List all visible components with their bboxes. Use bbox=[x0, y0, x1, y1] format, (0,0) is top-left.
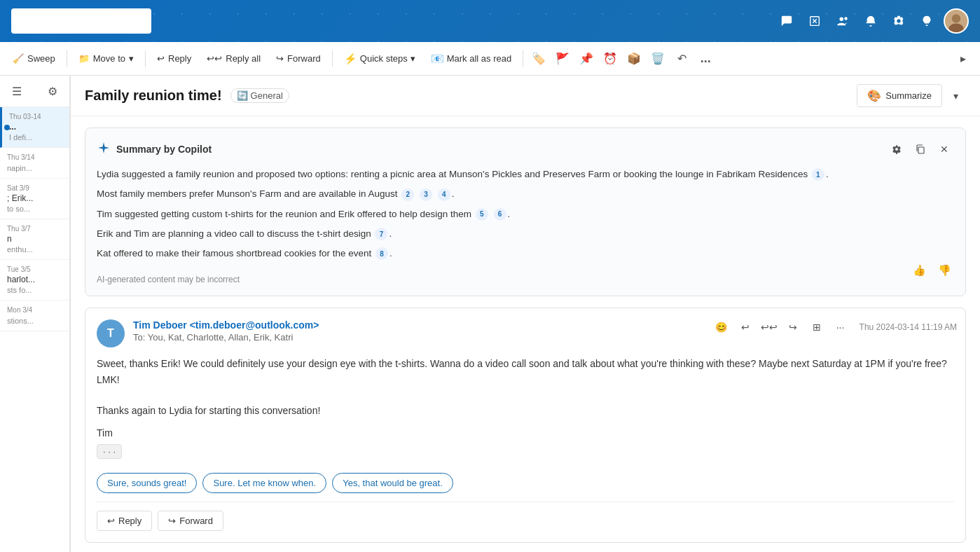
quick-reply-2[interactable]: Sure. Let me know when. bbox=[202, 473, 326, 493]
emoji-button[interactable]: 😊 bbox=[711, 317, 732, 338]
category-badge[interactable]: 🔄 General bbox=[230, 88, 289, 103]
quick-steps-icon: ⚡ bbox=[344, 53, 357, 65]
list-item[interactable]: Thu 3/14 napin... bbox=[0, 148, 69, 179]
quick-steps-button[interactable]: ⚡ Quick steps ▾ bbox=[337, 49, 422, 69]
list-item[interactable]: Tue 3/5 harlot... sts fo... bbox=[0, 260, 69, 301]
summary-item-5: Kat offered to make their famous shortbr… bbox=[97, 247, 954, 261]
avatar[interactable] bbox=[944, 8, 969, 34]
ref-badge-2[interactable]: 2 bbox=[401, 188, 414, 201]
sender-avatar: T bbox=[97, 319, 125, 347]
quick-reply-3[interactable]: Yes, that would be great. bbox=[332, 473, 453, 493]
forward-action-button[interactable]: ↪ Forward bbox=[158, 511, 223, 531]
sidebar: ☰ ⚙ Thu 03-14 ... I defi... Thu 3/14 nap… bbox=[0, 76, 70, 552]
forward-icon: ↪ bbox=[276, 53, 284, 64]
bell-icon[interactable] bbox=[860, 10, 882, 32]
more-message-button[interactable]: ··· bbox=[830, 317, 851, 338]
ref-badge-3[interactable]: 3 bbox=[420, 188, 432, 201]
top-bar bbox=[0, 0, 980, 42]
list-item[interactable]: Mon 3/4 stions... bbox=[0, 301, 69, 331]
message-body: Sweet, thanks Erik! We could definitely … bbox=[97, 356, 954, 419]
thumbs-down-button[interactable]: 👎 bbox=[934, 261, 954, 280]
forward-action-icon: ↪ bbox=[168, 516, 176, 526]
ref-badge-7[interactable]: 7 bbox=[375, 228, 387, 240]
copilot-title: Summary by Copilot bbox=[116, 144, 212, 155]
forward-button[interactable]: ↪ Forward bbox=[269, 50, 328, 67]
chevron-down-icon-2: ▾ bbox=[410, 53, 415, 64]
list-item[interactable]: Sat 3/9 ; Erik... to so... bbox=[0, 179, 69, 219]
reply-action-icon: ↩ bbox=[107, 516, 115, 526]
message-date: Thu 2024-03-14 11:19 AM bbox=[860, 322, 957, 332]
svg-rect-6 bbox=[918, 147, 924, 153]
reply-all-icon: ↩↩ bbox=[207, 53, 222, 64]
tag-button[interactable]: 🏷️ bbox=[527, 48, 550, 70]
teams-icon[interactable] bbox=[831, 10, 854, 32]
email-pane: Family reunion time! 🔄 General 🎨 Summari… bbox=[70, 76, 980, 552]
move-to-button[interactable]: 📁 Move to ▾ bbox=[71, 50, 141, 67]
sidebar-view-toggle[interactable]: ☰ bbox=[7, 81, 27, 101]
mark-all-read-button[interactable]: 📧 Mark all as read bbox=[424, 49, 518, 69]
ref-badge-8[interactable]: 8 bbox=[375, 247, 388, 260]
ref-badge-1[interactable]: 1 bbox=[812, 168, 824, 181]
category-icon: 🔄 bbox=[237, 90, 248, 101]
email-title: Family reunion time! bbox=[85, 88, 222, 104]
reply-all-message-button[interactable]: ↩↩ bbox=[759, 317, 780, 338]
sidebar-filter-button[interactable]: ⚙ bbox=[43, 81, 62, 101]
thumbs-up-button[interactable]: 👍 bbox=[909, 261, 929, 280]
excel-icon[interactable] bbox=[803, 10, 826, 32]
view-table-button[interactable]: ⊞ bbox=[806, 317, 827, 338]
settings-icon[interactable] bbox=[888, 10, 910, 32]
copilot-controls: ✕ bbox=[887, 139, 954, 159]
reply-icon: ↩ bbox=[157, 53, 165, 64]
reply-action-button[interactable]: ↩ Reply bbox=[97, 511, 152, 531]
copilot-icon: 🎨 bbox=[867, 89, 881, 102]
sidebar-list: Thu 03-14 ... I defi... Thu 3/14 napin..… bbox=[0, 107, 69, 552]
flag-button[interactable]: 🚩 bbox=[551, 48, 574, 70]
archive-button[interactable]: 📦 bbox=[623, 48, 645, 70]
list-item[interactable]: Thu 03-14 ... I defi... bbox=[0, 107, 69, 148]
sweep-button[interactable]: 🧹 Sweep bbox=[6, 50, 62, 67]
copilot-settings-button[interactable] bbox=[887, 139, 906, 159]
ref-badge-5[interactable]: 5 bbox=[476, 208, 488, 221]
forward-message-button[interactable]: ↪ bbox=[782, 317, 803, 338]
ref-badge-4[interactable]: 4 bbox=[438, 188, 450, 201]
sweep-icon: 🧹 bbox=[13, 53, 24, 64]
divider-3 bbox=[332, 50, 333, 67]
quick-replies: Sure, sounds great! Sure. Let me know wh… bbox=[97, 473, 954, 493]
undo-button[interactable]: ↶ bbox=[670, 48, 693, 70]
copilot-close-button[interactable]: ✕ bbox=[934, 139, 954, 159]
mark-read-icon: 📧 bbox=[431, 53, 444, 65]
main-layout: ☰ ⚙ Thu 03-14 ... I defi... Thu 3/14 nap… bbox=[0, 76, 980, 552]
ellipsis-expand-button[interactable]: · · · bbox=[97, 444, 122, 459]
reply-all-button[interactable]: ↩↩ Reply all bbox=[200, 50, 268, 67]
divider-4 bbox=[523, 50, 523, 67]
svg-point-2 bbox=[844, 17, 848, 20]
snooze-button[interactable]: ⏰ bbox=[599, 48, 621, 70]
bulb-icon[interactable] bbox=[916, 10, 938, 32]
delete-button[interactable]: 🗑️ bbox=[647, 48, 669, 70]
expand-button[interactable]: ▾ bbox=[945, 85, 966, 106]
email-message: T Tim Deboer <tim.deboer@outlook.com> To… bbox=[85, 308, 966, 543]
search-input[interactable] bbox=[11, 8, 151, 34]
ref-badge-6[interactable]: 6 bbox=[494, 208, 506, 221]
list-item[interactable]: Thu 3/7 n enthu... bbox=[0, 219, 69, 260]
pin-button[interactable]: 📌 bbox=[575, 48, 598, 70]
reply-message-button[interactable]: ↩ bbox=[735, 317, 756, 338]
more-button[interactable]: ... bbox=[694, 48, 717, 70]
chevron-down-icon: ▾ bbox=[129, 53, 134, 64]
copilot-summary: Summary by Copilot ✕ Lydia suggested a f… bbox=[85, 127, 966, 296]
summary-item-4: Erik and Tim are planning a video call t… bbox=[97, 227, 954, 241]
move-icon: 📁 bbox=[78, 53, 90, 64]
quick-reply-1[interactable]: Sure, sounds great! bbox=[97, 473, 197, 493]
summary-item-2: Most family members prefer Munson's Farm… bbox=[97, 187, 954, 201]
ai-notice: AI-generated content may be incorrect bbox=[97, 275, 240, 284]
svg-point-4 bbox=[952, 14, 960, 22]
copilot-copy-button[interactable] bbox=[911, 139, 930, 159]
message-signature: Tim bbox=[97, 427, 954, 439]
reply-button[interactable]: ↩ Reply bbox=[150, 50, 198, 67]
summarize-button[interactable]: 🎨 Summarize bbox=[857, 84, 942, 107]
svg-point-5 bbox=[948, 24, 963, 34]
collapse-button[interactable]: ▸ bbox=[952, 48, 974, 70]
svg-point-1 bbox=[840, 18, 843, 21]
chat-icon[interactable] bbox=[775, 10, 798, 32]
reply-forward-bar: ↩ Reply ↪ Forward bbox=[97, 502, 954, 531]
